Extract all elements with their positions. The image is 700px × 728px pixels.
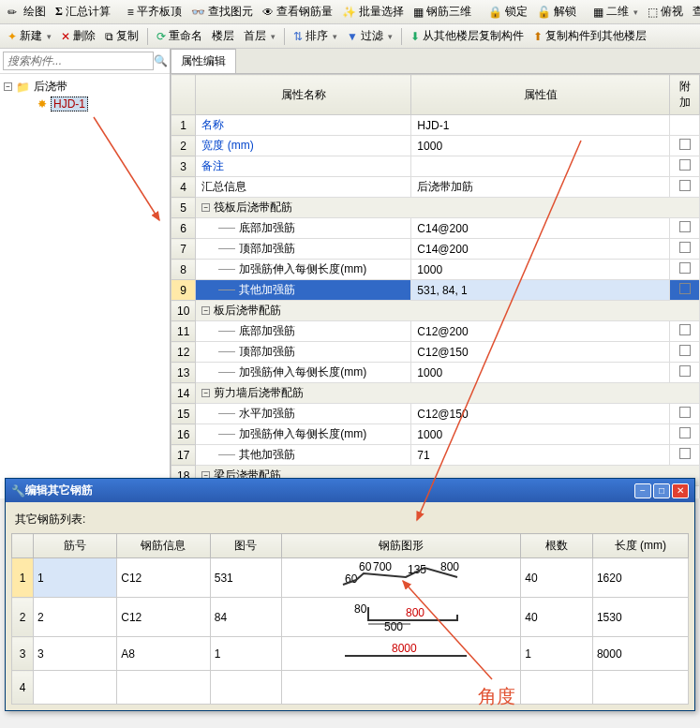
collapse-icon[interactable]: − [4, 82, 12, 91]
checkbox[interactable] [679, 180, 691, 191]
rebar-row[interactable]: 11C1253160 700 135 800 60 401620 [12, 558, 689, 598]
rebar-id-cell[interactable]: 2 [33, 598, 116, 637]
find-button[interactable]: 查 [689, 2, 700, 22]
prop-attach-cell[interactable] [670, 342, 700, 363]
prop-value-cell[interactable]: C12@200 [411, 321, 670, 342]
close-button[interactable]: ✕ [672, 483, 689, 498]
prop-attach-cell[interactable] [670, 363, 700, 383]
search-icon[interactable]: 🔍 [154, 52, 168, 70]
rebar-id-cell[interactable] [33, 671, 116, 705]
prop-name-cell[interactable]: 宽度 (mm) [196, 136, 411, 156]
prop-attach-cell[interactable] [670, 260, 700, 280]
prop-row[interactable]: 14−剪力墙后浇带配筋 [171, 383, 700, 404]
prop-value-cell[interactable]: 531, 84, 1 [411, 280, 670, 301]
prop-value-cell[interactable]: 后浇带加筋 [411, 177, 670, 198]
prop-row[interactable]: 4汇总信息后浇带加筋 [171, 177, 700, 198]
rebar-row[interactable]: 4 [12, 671, 689, 705]
prop-value-cell[interactable]: C14@200 [411, 218, 670, 239]
rebar-shape-cell[interactable]: 8000 [282, 637, 521, 671]
search-input[interactable] [3, 52, 154, 70]
prop-name-cell[interactable]: −筏板后浇带配筋 [196, 198, 700, 218]
dialog-titlebar[interactable]: 🔧 编辑其它钢筋 − □ ✕ [6, 479, 694, 502]
prop-name-cell[interactable]: 加强筋伸入每侧长度(mm) [196, 260, 411, 280]
prop-attach-cell[interactable] [670, 115, 700, 136]
rebar-id-cell[interactable]: 3 [33, 637, 116, 671]
prop-row[interactable]: 3备注 [171, 156, 700, 177]
rebar-info-cell[interactable]: C12 [117, 558, 210, 598]
prop-row[interactable]: 7顶部加强筋C14@200 [171, 239, 700, 260]
prop-row[interactable]: 13加强筋伸入每侧长度(mm)1000 [171, 363, 700, 383]
unlock-button[interactable]: 🔓解锁 [533, 2, 580, 22]
rebar-count-cell[interactable]: 40 [521, 598, 593, 637]
tree-root[interactable]: − 📁 后浇带 [4, 78, 166, 96]
prop-attach-cell[interactable] [670, 424, 700, 445]
rename-button[interactable]: ⟳ 重命名 [153, 26, 206, 46]
prop-attach-cell[interactable] [670, 136, 700, 156]
prop-name-cell[interactable]: 顶部加强筋 [196, 342, 411, 363]
prop-name-cell[interactable]: 其他加强筋 [196, 445, 411, 466]
rebar-len-cell[interactable]: 1620 [592, 558, 688, 598]
rebar-len-cell[interactable]: 8000 [592, 637, 688, 671]
prop-attach-cell[interactable] [670, 177, 700, 198]
prop-name-cell[interactable]: 加强筋伸入每侧长度(mm) [196, 424, 411, 445]
copyfrom-button[interactable]: ⬇ 从其他楼层复制构件 [407, 26, 528, 46]
prop-attach-cell[interactable] [670, 404, 700, 424]
prop-value-cell[interactable] [411, 156, 670, 177]
prop-name-cell[interactable]: 名称 [196, 115, 411, 136]
batchsel-button[interactable]: ✨ 批量选择 [338, 2, 408, 22]
checkbox[interactable] [679, 221, 691, 232]
prop-value-cell[interactable]: 1000 [411, 424, 670, 445]
rebar3d-button[interactable]: ▦ 钢筋三维 [410, 2, 475, 22]
checkbox[interactable] [679, 427, 691, 438]
prop-name-cell[interactable]: 汇总信息 [196, 177, 411, 198]
prop-value-cell[interactable]: HJD-1 [411, 115, 670, 136]
prop-attach-cell[interactable] [670, 445, 700, 466]
prop-value-cell[interactable]: 1000 [411, 136, 670, 156]
collapse-icon[interactable]: − [201, 389, 210, 397]
prop-value-cell[interactable]: C14@200 [411, 239, 670, 260]
prop-name-cell[interactable]: 其他加强筋 [196, 280, 411, 301]
sort-button[interactable]: ⇅ 排序▾ [290, 26, 341, 46]
prop-value-cell[interactable]: C12@150 [411, 404, 670, 424]
prop-row[interactable]: 16加强筋伸入每侧长度(mm)1000 [171, 424, 700, 445]
prop-row[interactable]: 17其他加强筋71 [171, 445, 700, 466]
checkbox[interactable] [679, 407, 691, 418]
prop-row[interactable]: 2宽度 (mm)1000 [171, 136, 700, 156]
prop-attach-cell[interactable] [670, 321, 700, 342]
prop-attach-cell[interactable] [670, 280, 700, 301]
rebar-info-cell[interactable]: A8 [117, 637, 210, 671]
prop-row[interactable]: 10−板后浇带配筋 [171, 301, 700, 321]
rebar-count-cell[interactable]: 40 [521, 558, 593, 598]
floor-dropdown[interactable]: 首层 ▾ [240, 26, 279, 46]
prop-row[interactable]: 11底部加强筋C12@200 [171, 321, 700, 342]
prop-name-cell[interactable]: 备注 [196, 156, 411, 177]
prop-name-cell[interactable]: −板后浇带配筋 [196, 301, 700, 321]
prop-row[interactable]: 12顶部加强筋C12@150 [171, 342, 700, 363]
prop-name-cell[interactable]: 顶部加强筋 [196, 239, 411, 260]
prop-value-cell[interactable]: 1000 [411, 363, 670, 383]
prop-value-cell[interactable]: C12@150 [411, 342, 670, 363]
checkbox[interactable] [679, 448, 691, 459]
rebar-info-cell[interactable]: C12 [117, 598, 210, 637]
checkbox[interactable] [679, 242, 691, 253]
prop-row[interactable]: 1名称HJD-1 [171, 115, 700, 136]
prop-value-cell[interactable]: 1000 [411, 260, 670, 280]
maximize-button[interactable]: □ [653, 483, 670, 498]
prop-row[interactable]: 8加强筋伸入每侧长度(mm)1000 [171, 260, 700, 280]
checkbox[interactable] [679, 283, 691, 294]
checkbox[interactable] [679, 139, 691, 150]
rebar-count-cell[interactable] [521, 671, 593, 705]
draw-button[interactable]: ✏绘图 [4, 2, 50, 22]
prop-name-cell[interactable]: −剪力墙后浇带配筋 [196, 383, 700, 404]
rebar-info-cell[interactable] [117, 671, 210, 705]
prop-row[interactable]: 15水平加强筋C12@150 [171, 404, 700, 424]
rebar-pic-cell[interactable]: 84 [210, 598, 282, 637]
filter-button[interactable]: ▼ 过滤▾ [343, 26, 396, 46]
prop-row[interactable]: 6底部加强筋C14@200 [171, 218, 700, 239]
sumcalc-button[interactable]: Σ 汇总计算 [52, 2, 114, 22]
rebar-shape-cell[interactable]: 60 700 135 800 60 [282, 558, 521, 598]
viewrebar-button[interactable]: 👁 查看钢筋量 [259, 2, 336, 22]
rebar-len-cell[interactable]: 1530 [592, 598, 688, 637]
rebar-pic-cell[interactable]: 1 [210, 637, 282, 671]
prop-name-cell[interactable]: 加强筋伸入每侧长度(mm) [196, 363, 411, 383]
